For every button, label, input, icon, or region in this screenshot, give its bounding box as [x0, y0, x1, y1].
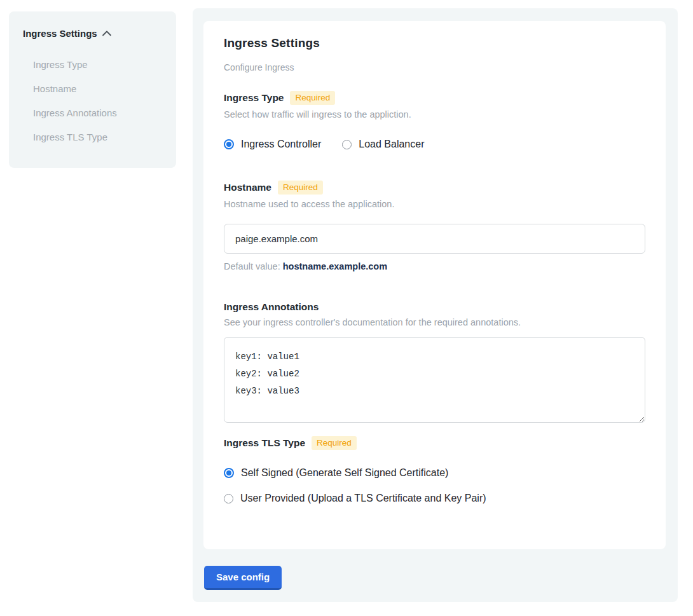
- sidebar-item-ingress-tls-type[interactable]: Ingress TLS Type: [33, 125, 162, 149]
- radio-ingress-controller-label: Ingress Controller: [241, 139, 321, 150]
- required-badge: Required: [290, 91, 335, 105]
- sidebar-item-hostname[interactable]: Hostname: [33, 77, 162, 101]
- ingress-type-radio-group: Ingress Controller Load Balancer: [224, 139, 645, 150]
- default-value-text: hostname.example.com: [283, 261, 387, 271]
- hostname-input[interactable]: [224, 224, 645, 254]
- chevron-up-icon: [102, 31, 111, 36]
- sidebar-section-label: Ingress Settings: [23, 28, 97, 39]
- page-title: Ingress Settings: [224, 36, 645, 50]
- required-badge: Required: [312, 436, 357, 450]
- ingress-type-help: Select how traffic will ingress to the a…: [224, 109, 645, 120]
- radio-load-balancer[interactable]: Load Balancer: [342, 139, 424, 150]
- radio-selected-icon: [224, 139, 234, 149]
- hostname-label: Hostname: [224, 182, 271, 193]
- radio-unselected-icon: [342, 140, 352, 149]
- hostname-default-line: Default value: hostname.example.com: [224, 261, 645, 271]
- ingress-settings-card: Ingress Settings Configure Ingress Ingre…: [203, 21, 666, 549]
- ingress-annotations-help: See your ingress controller's documentat…: [224, 317, 645, 327]
- save-config-button[interactable]: Save config: [204, 566, 282, 590]
- sidebar-item-list: Ingress Type Hostname Ingress Annotation…: [33, 53, 162, 149]
- radio-load-balancer-label: Load Balancer: [359, 139, 424, 150]
- radio-user-provided-label: User Provided (Upload a TLS Certificate …: [240, 493, 486, 504]
- section-ingress-type: Ingress Type Required Select how traffic…: [224, 91, 645, 150]
- sidebar-item-ingress-annotations[interactable]: Ingress Annotations: [33, 101, 162, 125]
- main-panel: Ingress Settings Configure Ingress Ingre…: [193, 8, 678, 602]
- section-ingress-annotations: Ingress Annotations See your ingress con…: [224, 301, 645, 423]
- section-ingress-tls-type: Ingress TLS Type Required Self Signed (G…: [224, 436, 645, 504]
- radio-selected-icon: [224, 468, 234, 478]
- sidebar-section-ingress-settings[interactable]: Ingress Settings: [23, 28, 162, 39]
- hostname-help: Hostname used to access the application.: [224, 199, 645, 209]
- radio-self-signed[interactable]: Self Signed (Generate Self Signed Certif…: [224, 467, 645, 479]
- ingress-annotations-textarea[interactable]: key1: value1 key2: value2 key3: value3: [224, 337, 645, 423]
- radio-self-signed-label: Self Signed (Generate Self Signed Certif…: [241, 467, 448, 479]
- ingress-tls-type-label: Ingress TLS Type: [224, 437, 305, 449]
- page-subtitle: Configure Ingress: [224, 62, 645, 72]
- settings-nav-sidebar: Ingress Settings Ingress Type Hostname I…: [9, 11, 176, 168]
- radio-ingress-controller[interactable]: Ingress Controller: [224, 139, 321, 150]
- sidebar-item-ingress-type[interactable]: Ingress Type: [33, 53, 162, 77]
- default-value-prefix: Default value:: [224, 261, 283, 271]
- ingress-type-label: Ingress Type: [224, 92, 284, 104]
- radio-unselected-icon: [224, 494, 233, 503]
- section-hostname: Hostname Required Hostname used to acces…: [224, 181, 645, 271]
- ingress-annotations-label: Ingress Annotations: [224, 301, 319, 313]
- required-badge: Required: [278, 181, 323, 195]
- radio-user-provided[interactable]: User Provided (Upload a TLS Certificate …: [224, 493, 645, 504]
